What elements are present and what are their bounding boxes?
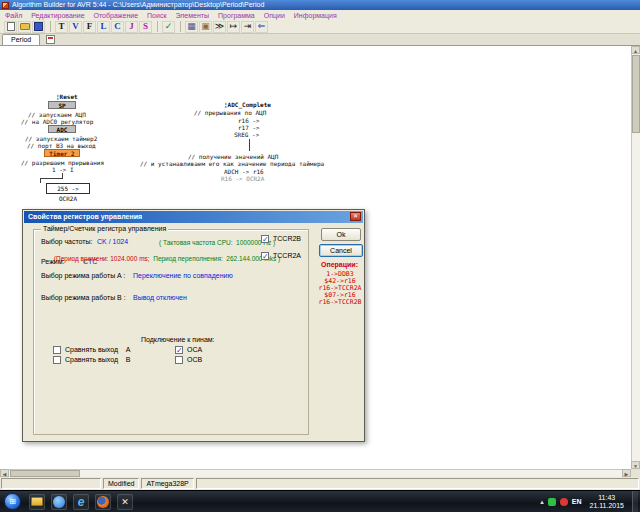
ocb-checkbox[interactable] xyxy=(175,356,183,364)
comment[interactable]: // прерывания по АЦП xyxy=(194,109,266,116)
comment[interactable]: // получение значений АЦП xyxy=(188,153,278,160)
step-over-button[interactable]: ↦ xyxy=(227,21,240,33)
vertical-scroll-thumb[interactable] xyxy=(632,55,640,133)
scroll-left-icon[interactable]: ◀ xyxy=(0,469,9,477)
ie-icon: e xyxy=(78,496,85,508)
compare-output-a-checkbox[interactable] xyxy=(53,346,61,354)
step-into-button[interactable]: ⇥ xyxy=(241,21,254,33)
folder-icon xyxy=(31,497,43,506)
comment[interactable]: // разрешаем прерывания xyxy=(21,159,104,166)
toolbar-separator xyxy=(180,21,181,32)
vertex-reset-label[interactable]: ¦Reset xyxy=(56,93,78,100)
comment[interactable]: // запускаем АЦП xyxy=(28,111,86,118)
dialog-titlebar[interactable]: Свойства регистров управления xyxy=(24,211,363,223)
mode-select[interactable]: CTC xyxy=(83,258,97,265)
element-condition-button[interactable]: C xyxy=(111,21,124,33)
period-time-label: (Период времени: 1024.000 ms; xyxy=(54,255,150,262)
hidden-icons-chevron-icon[interactable]: ▴ xyxy=(540,498,544,506)
element-label-button[interactable]: L xyxy=(97,21,110,33)
scroll-up-icon[interactable]: ▲ xyxy=(631,46,640,54)
back-button[interactable]: ⇐ xyxy=(255,21,268,33)
menu-file[interactable]: Файл xyxy=(5,12,22,19)
menu-elements[interactable]: Элементы xyxy=(175,12,209,19)
close-icon[interactable]: ✕ xyxy=(350,212,361,221)
op-ocr2a-box[interactable]: 255 -> OCR2A xyxy=(46,183,90,194)
element-text-button[interactable]: T xyxy=(55,21,68,33)
tccr2a-label: TCCR2A xyxy=(273,252,301,259)
op-push-r16[interactable]: r16 -> xyxy=(238,117,260,124)
letter-t-icon: T xyxy=(58,22,64,31)
control-registers-dialog: Свойства регистров управления ✕ Таймер/С… xyxy=(22,209,365,442)
taskbar-internet-explorer[interactable]: e xyxy=(73,494,89,510)
run-button[interactable]: ≫ xyxy=(213,21,226,33)
adc-setter-block[interactable]: ADC xyxy=(48,125,76,133)
save-button[interactable] xyxy=(32,21,45,33)
tray-green-icon[interactable] xyxy=(548,498,556,506)
taskbar-clock[interactable]: 11:43 21.11.2015 xyxy=(589,494,624,510)
menu-search[interactable]: Поиск xyxy=(147,12,166,19)
vertical-scrollbar[interactable]: ▲ ▼ xyxy=(631,46,640,469)
window-titlebar[interactable]: Algorithm Builder for AVR 5:44 - C:\User… xyxy=(0,0,640,10)
comment[interactable]: // на ADC0 регулятор xyxy=(21,118,93,125)
op-push-r17[interactable]: r17 -> xyxy=(238,124,260,131)
toolbar-separator xyxy=(157,21,158,32)
tab-period[interactable]: Period xyxy=(2,34,40,45)
element-jmp-button[interactable]: J xyxy=(125,21,138,33)
windows-flag-icon: ⊞ xyxy=(9,497,16,506)
horizontal-scrollbar[interactable]: ◀ ▶ xyxy=(0,469,631,477)
program-chip-button[interactable]: ▣ xyxy=(199,21,212,33)
element-setter-button[interactable]: S xyxy=(139,21,152,33)
freq-select[interactable]: CK / 1024 xyxy=(97,238,128,245)
horizontal-scroll-thumb[interactable] xyxy=(10,470,80,477)
menu-info[interactable]: Информация xyxy=(294,12,337,19)
check-icon: ✓ xyxy=(262,252,269,261)
group-title: Таймер/Счетчик регистра управления xyxy=(41,225,168,232)
tray-red-icon[interactable] xyxy=(560,498,568,506)
compare-output-b-checkbox[interactable] xyxy=(53,356,61,364)
clock-time: 11:43 xyxy=(589,494,624,502)
menu-program[interactable]: Программа xyxy=(218,12,255,19)
element-vertex-button[interactable]: V xyxy=(69,21,82,33)
timer2-setter-block-selected[interactable]: Timer 2 xyxy=(44,149,80,157)
toolbar: T V F L C J S ✓ ▦ ▣ ≫ ↦ ⇥ ⇐ xyxy=(0,20,640,34)
chip-button[interactable]: ▦ xyxy=(185,21,198,33)
menu-options[interactable]: Опции xyxy=(264,12,285,19)
mode-a-select[interactable]: Переключение по совпадению xyxy=(133,272,233,279)
taskbar-app-blue[interactable] xyxy=(51,494,67,510)
language-indicator[interactable]: EN xyxy=(572,498,582,505)
chip-icon: ▦ xyxy=(187,22,196,31)
sp-setter-block[interactable]: SP xyxy=(48,101,76,109)
scroll-down-icon[interactable]: ▼ xyxy=(631,461,640,469)
show-desktop-button[interactable] xyxy=(632,491,638,512)
element-field-button[interactable]: F xyxy=(83,21,96,33)
menu-edit[interactable]: Редактирование xyxy=(31,12,84,19)
comment[interactable]: // порт B3 на выход xyxy=(27,142,96,149)
compile-button[interactable]: ✓ xyxy=(162,21,175,33)
comment[interactable]: // запускаем таймер2 xyxy=(25,135,97,142)
start-button[interactable]: ⊞ xyxy=(4,493,21,510)
tab-bar: Period xyxy=(0,34,640,46)
vertex-adc-complete-label[interactable]: ¦ADC_Complete xyxy=(224,101,271,108)
tccr2a-checkbox[interactable]: ✓ xyxy=(261,252,269,260)
ok-button[interactable]: Ok xyxy=(321,228,361,241)
op-adch-r16[interactable]: ADCH -> r16 xyxy=(224,168,264,175)
taskbar-explorer[interactable] xyxy=(29,494,45,510)
oca-label: OCA xyxy=(187,346,202,353)
open-file-button[interactable] xyxy=(18,21,31,33)
op-push-sreg[interactable]: SREG -> xyxy=(234,131,259,138)
freq-label: Выбор частоты: xyxy=(41,238,93,245)
oca-checkbox[interactable]: ✓ xyxy=(175,346,183,354)
tccr2b-checkbox[interactable]: ✓ xyxy=(261,235,269,243)
new-file-button[interactable] xyxy=(4,21,17,33)
mode-b-select[interactable]: Вывод отключен xyxy=(133,294,187,301)
op-set-i[interactable]: 1 -> I xyxy=(52,166,74,173)
letter-j-icon: J xyxy=(129,22,134,31)
op-r16-ocr2a[interactable]: R16 -> OCR2A xyxy=(221,175,264,182)
cancel-button[interactable]: Cancel xyxy=(319,244,363,257)
taskbar-app-dark[interactable]: ✕ xyxy=(117,494,133,510)
taskbar-firefox[interactable] xyxy=(95,494,111,510)
comment[interactable]: // и устанавливаем его как значение пери… xyxy=(140,160,324,167)
flow-line xyxy=(40,178,41,183)
menu-view[interactable]: Отображение xyxy=(94,12,139,19)
scroll-right-icon[interactable]: ▶ xyxy=(622,469,631,477)
